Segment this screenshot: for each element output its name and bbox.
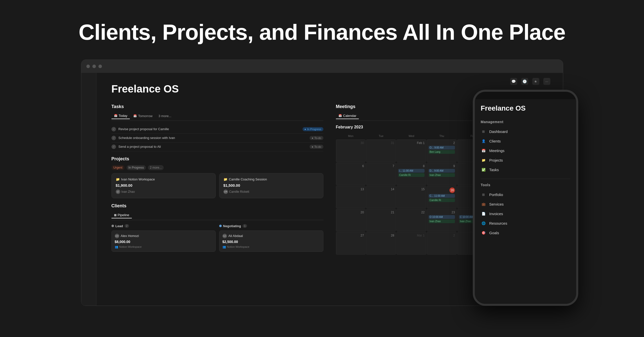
notion-sidebar bbox=[81, 73, 96, 306]
star-icon[interactable]: ★ bbox=[532, 78, 539, 85]
projects-title: Projects bbox=[111, 156, 323, 162]
task-check-3: ✓ bbox=[111, 145, 116, 149]
tasks-tab-bar: 📅 Today 📅 Tomorrow 3 more... bbox=[111, 113, 323, 121]
tab-more-tasks[interactable]: 3 more... bbox=[156, 113, 174, 119]
phone-mockup: Freelance OS Management ⊞ Dashboard 👤 Cl… bbox=[473, 90, 578, 306]
cal-event-10: Ivan Zhao bbox=[429, 219, 455, 223]
tab-today[interactable]: 📅 Today bbox=[111, 113, 130, 119]
cal-cell-31: 31 bbox=[366, 139, 396, 162]
status-badge-2: ● To-do bbox=[310, 136, 323, 140]
cal-cell-mar1: Mar 1 bbox=[396, 232, 426, 255]
cal-header-thu: Thu bbox=[427, 133, 457, 139]
avatar-2: CR bbox=[223, 189, 228, 194]
cal-cell-21: 21 bbox=[366, 209, 396, 231]
client-card-1[interactable]: AH Alex Homozi $8,000.00 👥 Notion Worksp… bbox=[111, 230, 216, 252]
project-card-2-user: CR Camille Rickett bbox=[223, 189, 319, 194]
cal-event-8: Camille Ri bbox=[429, 198, 455, 202]
dashboard-icon: ⊞ bbox=[481, 129, 486, 134]
tab-urgent[interactable]: Urgent bbox=[111, 165, 125, 170]
task-item-2: ✓ Schedule onboarding session with Ivan … bbox=[111, 134, 323, 142]
phone-menu-portfolio[interactable]: ⊞ Portfolio bbox=[481, 190, 570, 200]
lead-col-header: Lead 2 bbox=[111, 224, 216, 228]
cal-cell-23: 23 O 10:00 AM Ivan Zhao bbox=[427, 209, 457, 231]
client-amount-1: $8,000.00 bbox=[115, 240, 212, 244]
browser-dot-yellow bbox=[92, 65, 96, 68]
tab-inprogress[interactable]: In Progress bbox=[127, 165, 146, 170]
phone-menu-resources[interactable]: 🌐 Resources bbox=[481, 219, 570, 228]
cal-cell-9: 9 D... 9:00 AM Ivan Zhao bbox=[427, 163, 457, 185]
goals-icon: 🎯 bbox=[481, 230, 486, 236]
cal-cell-20: 20 bbox=[336, 209, 366, 231]
browser-toolbar bbox=[81, 60, 563, 73]
services-icon: 💼 bbox=[481, 202, 486, 207]
meetings-icon: 📅 bbox=[481, 148, 486, 154]
projects-grid: 📁 Ivan Notion Workspace $1,900.00 IZ Iva… bbox=[111, 173, 323, 198]
phone-divider bbox=[481, 179, 570, 179]
cal-cell-13: 13 bbox=[336, 186, 366, 208]
client-workspace-2: 👥 Notion Workspace bbox=[222, 245, 320, 249]
phone-menu-projects[interactable]: 📁 Projects bbox=[481, 156, 570, 165]
cal-header-mon: Mon bbox=[336, 133, 366, 139]
project-card-1-amount: $1,900.00 bbox=[116, 183, 211, 187]
task-item-3: ✓ Send a project proposal to Ali ● To-do bbox=[111, 142, 323, 151]
tasks-section: Tasks 📅 Today 📅 Tomorrow bbox=[111, 104, 323, 151]
client-avatar-1: AH bbox=[115, 234, 119, 238]
cal-header-wed: Wed bbox=[396, 133, 426, 139]
browser-dot-green bbox=[98, 65, 102, 68]
task-item-1: ✓ Revise project proposal for Camille ● … bbox=[111, 125, 323, 134]
tab-tomorrow[interactable]: 📅 Tomorrow bbox=[131, 113, 155, 119]
project-card-2-amount: $1,500.00 bbox=[223, 183, 319, 187]
phone-menu-meetings[interactable]: 📅 Meetings bbox=[481, 146, 570, 156]
project-card-1[interactable]: 📁 Ivan Notion Workspace $1,900.00 IZ Iva… bbox=[111, 173, 216, 198]
phone-menu-goals[interactable]: 🎯 Goals bbox=[481, 228, 570, 238]
phone-notch bbox=[508, 92, 543, 99]
tab-more-projects[interactable]: 2 more... bbox=[148, 165, 164, 170]
main-headline: Clients, Projects, and Finances All In O… bbox=[0, 20, 644, 44]
cal-cell-14: 14 bbox=[366, 186, 396, 208]
phone-menu-services[interactable]: 💼 Services bbox=[481, 200, 570, 209]
history-icon[interactable]: 🕐 bbox=[521, 78, 528, 85]
tasks-icon: ✅ bbox=[481, 167, 486, 173]
headline-section: Clients, Projects, and Finances All In O… bbox=[0, 0, 644, 60]
status-badge-3: ● To-do bbox=[310, 145, 323, 149]
phone-menu-invoices[interactable]: 📄 Invoices bbox=[481, 209, 570, 219]
projects-section: Projects Urgent In Progress 2 more... bbox=[111, 156, 323, 198]
project-card-2[interactable]: 📁 Camille Coaching Session $1,500.00 CR … bbox=[219, 173, 323, 198]
phone-menu-tasks[interactable]: ✅ Tasks bbox=[481, 165, 570, 175]
tab-pipeline[interactable]: ▦ Pipeline bbox=[111, 212, 132, 218]
tasks-title: Tasks bbox=[111, 104, 323, 109]
cal-event-9: O 10:00 AM bbox=[429, 215, 455, 219]
cal-event-2: Ben Lang bbox=[429, 150, 455, 154]
phone-title: Freelance OS bbox=[481, 104, 570, 112]
cal-cell-8: 8 i... 11:00 AM Camille Ri bbox=[396, 163, 426, 185]
task-check-1: ✓ bbox=[111, 127, 116, 131]
cal-cell-16-today: 16 C... 11:00 AM Camille Ri bbox=[427, 186, 457, 208]
clients-tab-bar: ▦ Pipeline bbox=[111, 212, 323, 220]
status-badge-1: ● In Progress bbox=[303, 127, 323, 131]
task-check-2: ✓ bbox=[111, 136, 116, 140]
cal-event-5: D... 9:00 AM bbox=[429, 169, 455, 173]
clients-section: Clients ▦ Pipeline bbox=[111, 203, 323, 252]
portfolio-icon: ⊞ bbox=[481, 192, 486, 198]
client-card-2[interactable]: AA Ali Abdaal $2,500.00 👥 Notion Workspa… bbox=[219, 230, 323, 252]
cal-cell-2: 2 O... 9:00 AM Ben Lang bbox=[427, 139, 457, 162]
comment-icon[interactable]: 💬 bbox=[510, 78, 517, 85]
project-card-1-title: 📁 Ivan Notion Workspace bbox=[116, 177, 211, 181]
phone-menu-clients[interactable]: 👤 Clients bbox=[481, 136, 570, 146]
cal-cell-30: 30 bbox=[336, 139, 366, 162]
cal-event-3: i... 11:00 AM bbox=[398, 169, 425, 173]
cal-cell-feb1: Feb 1 bbox=[396, 139, 426, 162]
tab-calendar[interactable]: 📅 Calendar bbox=[336, 113, 359, 119]
cal-event-1: O... 9:00 AM bbox=[429, 146, 455, 150]
cal-event-4: Camille Ri bbox=[398, 173, 425, 177]
cal-cell-6: 6 bbox=[336, 163, 366, 185]
project-card-1-user: IZ Ivan Zhao bbox=[116, 189, 211, 194]
more-icon[interactable]: ··· bbox=[543, 78, 550, 85]
cal-event-7: C... 11:00 AM bbox=[429, 194, 455, 198]
cal-cell-7: 7 bbox=[366, 163, 396, 185]
clients-grid: Lead 2 AH Alex Homozi $8,000.00 bbox=[111, 224, 323, 252]
phone-menu-dashboard[interactable]: ⊞ Dashboard bbox=[481, 127, 570, 136]
project-card-2-title: 📁 Camille Coaching Session bbox=[223, 177, 319, 181]
cal-header-tue: Tue bbox=[366, 133, 396, 139]
negotiating-col-header: Negotiating 1 bbox=[219, 224, 323, 228]
